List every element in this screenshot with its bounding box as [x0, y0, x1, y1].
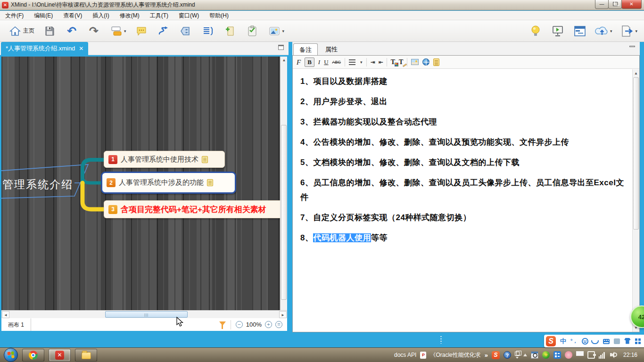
taskbar-chrome-button[interactable] — [22, 349, 44, 362]
note-line-3[interactable]: 3、拦截器功能实现以及整合动态代理 — [300, 115, 629, 129]
bold-button[interactable]: B — [305, 58, 314, 67]
export-caret-icon[interactable]: ▾ — [635, 29, 637, 33]
menu-view[interactable]: 查看(V) — [58, 11, 87, 20]
taskbar-xmind-button[interactable]: ✕ — [49, 349, 71, 362]
tab-close-icon[interactable]: ✕ — [79, 45, 83, 52]
cloud-caret-icon[interactable]: ▾ — [610, 29, 612, 33]
root-topic[interactable]: 管理系统介绍 — [2, 177, 73, 192]
voice-input-button[interactable] — [593, 338, 599, 345]
canvas-horizontal-scrollbar[interactable]: ◄ ||| ► — [1, 310, 287, 318]
export-button[interactable] — [620, 24, 634, 38]
indent-increase-button[interactable]: ⇥ — [371, 59, 375, 66]
viewer-tray-icon[interactable] — [531, 351, 538, 359]
italic-button[interactable]: I — [318, 58, 320, 66]
start-button[interactable] — [4, 348, 18, 362]
emoji-button[interactable] — [582, 338, 588, 345]
indent-decrease-button[interactable]: ⇤ — [379, 59, 383, 66]
pdf-doc-icon[interactable]: P — [420, 352, 426, 359]
notes-marker-icon[interactable] — [207, 179, 213, 186]
network-signal-icon[interactable] — [599, 351, 606, 359]
note-line-1[interactable]: 1、项目以及数据库搭建 — [300, 74, 629, 89]
minimize-button[interactable]: — — [595, 0, 609, 9]
zoom-fit-button[interactable]: = — [275, 321, 282, 328]
manager-tray-icon[interactable] — [553, 351, 561, 359]
docs-api-link[interactable]: docs API — [394, 352, 416, 358]
font-color-button[interactable]: T — [391, 58, 395, 66]
highlight-color-button[interactable]: T — [399, 58, 403, 66]
boundary-button[interactable] — [179, 24, 193, 38]
canvas-vertical-scrollbar[interactable]: ▲ — [280, 57, 287, 310]
note-line-4[interactable]: 4、公告模块的增加、修改、删除、查询以及预览功能实现、文件异步上传 — [300, 135, 629, 149]
cloud-upload-button[interactable] — [595, 24, 609, 38]
undo-button[interactable]: ↶ — [65, 24, 79, 38]
note-line-8[interactable]: 8、代码机器人使用等等 — [300, 230, 629, 245]
underline-button[interactable]: U — [324, 58, 328, 66]
power-icon[interactable] — [587, 351, 595, 359]
sogou-tray-icon[interactable]: S — [492, 351, 500, 359]
sheet-tab-canvas1[interactable]: 画布 1 — [1, 318, 31, 331]
taskbar-clock[interactable]: 22:16 — [623, 352, 637, 358]
tab-notes[interactable]: 备注 — [293, 43, 318, 55]
presentation-button[interactable] — [551, 24, 565, 38]
account-button[interactable] — [614, 338, 620, 345]
hyperlink-button[interactable] — [422, 58, 429, 66]
toolbar-chevron-icon[interactable]: » — [485, 352, 488, 359]
summary-button[interactable] — [201, 24, 215, 38]
insert-topic-button[interactable] — [109, 24, 123, 38]
mindmap-canvas[interactable]: 管理系统介绍 1 人事管理系统中使用技术 2 人事管理系统中涉及的功能 3 含项… — [1, 57, 287, 310]
zoom-out-button[interactable]: − — [236, 321, 243, 328]
menu-modify[interactable]: 修改(M) — [115, 11, 145, 20]
align-caret-icon[interactable]: ▾ — [360, 60, 363, 65]
menu-file[interactable]: 文件(F) — [0, 11, 29, 20]
notes-editor[interactable]: 1、项目以及数据库搭建 2、用户异步登录、退出 3、拦截器功能实现以及整合动态代… — [293, 69, 632, 332]
relationship-button[interactable] — [157, 24, 171, 38]
home-button[interactable] — [8, 24, 22, 38]
redo-button[interactable]: ↷ — [87, 24, 101, 38]
menu-edit[interactable]: 编辑(E) — [29, 11, 58, 20]
insert-image-button[interactable] — [267, 24, 281, 38]
note-line-2[interactable]: 2、用户异步登录、退出 — [300, 94, 629, 109]
topic-technology[interactable]: 1 人事管理系统中使用技术 — [104, 151, 225, 168]
language-bar-restore-icon[interactable] — [515, 352, 520, 356]
scroll-left-icon[interactable]: ◄ — [2, 311, 9, 318]
scroll-up-icon[interactable]: ▲ — [281, 57, 288, 64]
notes-vertical-scrollbar[interactable]: ▲ ▼ — [632, 69, 639, 332]
save-button[interactable] — [42, 24, 57, 38]
note-template-button[interactable] — [433, 58, 439, 66]
note-line-6[interactable]: 6、员工信息的增加、修改、删除、查询以及员工头像异步上传、员工信息导出至Exce… — [300, 175, 629, 205]
restore-button[interactable] — [608, 0, 622, 9]
antivirus-tray-icon[interactable] — [542, 351, 550, 359]
tab-properties[interactable]: 属性 — [320, 43, 343, 55]
close-button[interactable]: ✕ — [621, 0, 642, 9]
note-line-7[interactable]: 7、自定义分页标签实现（24种样式随意切换） — [300, 210, 629, 225]
align-icon[interactable] — [349, 59, 355, 65]
punctuation-button[interactable]: °， — [570, 337, 578, 345]
zoom-in-button[interactable]: + — [265, 321, 272, 328]
menu-window[interactable]: 窗口(W) — [173, 11, 204, 20]
volume-icon[interactable] — [610, 351, 618, 359]
menu-tools[interactable]: 工具(T) — [145, 11, 173, 20]
minimize-panel-icon[interactable] — [629, 46, 635, 47]
document-tab[interactable]: *人事管理系统介绍.xmind ✕ — [1, 42, 88, 55]
scroll-up-icon[interactable]: ▲ — [633, 70, 639, 77]
notes-marker-icon[interactable] — [202, 156, 208, 163]
language-bar-caret-icon[interactable] — [516, 357, 519, 359]
flower-tray-icon[interactable] — [565, 351, 572, 359]
action-center-icon[interactable] — [576, 351, 584, 359]
menu-insert[interactable]: 插入(I) — [87, 11, 114, 20]
image-caret-icon[interactable]: ▾ — [282, 29, 285, 33]
topic-materials[interactable]: 3 含项目完整代码+笔记+其它所有相关素材 — [104, 200, 283, 218]
task-info-button[interactable] — [245, 24, 259, 38]
strikethrough-button[interactable]: ABC — [332, 58, 341, 66]
topic-functions-selected[interactable]: 2 人事管理系统中涉及的功能 — [101, 172, 236, 194]
show-hidden-icons-button[interactable] — [523, 354, 527, 356]
splitter-grip[interactable] — [440, 336, 442, 344]
oracle-doc-link[interactable]: 《Oracle性能优化求 — [430, 351, 480, 359]
gantt-button[interactable] — [573, 24, 587, 38]
maximize-panel-icon[interactable] — [278, 45, 284, 50]
toolbox-button[interactable] — [635, 338, 641, 345]
chinese-mode-button[interactable]: 中 — [560, 337, 566, 346]
insert-image-note-button[interactable] — [411, 59, 419, 65]
vertical-scroll-thumb[interactable] — [281, 125, 287, 300]
font-button[interactable]: F — [297, 58, 301, 66]
